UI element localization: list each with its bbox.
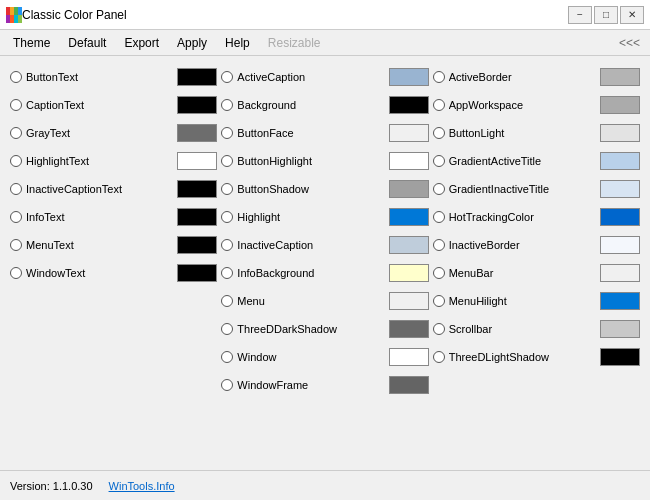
radio-menu[interactable] xyxy=(221,295,233,307)
swatch-gradientactivetitle[interactable] xyxy=(600,152,640,170)
menu-item-theme[interactable]: Theme xyxy=(4,33,59,53)
minimize-button[interactable]: − xyxy=(568,6,592,24)
swatch-menuhilight[interactable] xyxy=(600,292,640,310)
close-button[interactable]: ✕ xyxy=(620,6,644,24)
menu-item-apply[interactable]: Apply xyxy=(168,33,216,53)
swatch-inactivecaptiontext[interactable] xyxy=(177,180,217,198)
color-row: MenuHilight xyxy=(433,288,640,314)
swatch-buttonhighlight[interactable] xyxy=(389,152,429,170)
swatch-menubar[interactable] xyxy=(600,264,640,282)
radio-gradientinactivetitle[interactable] xyxy=(433,183,445,195)
radio-buttonshadow[interactable] xyxy=(221,183,233,195)
app-icon xyxy=(6,7,22,23)
label-inactivecaption: InactiveCaption xyxy=(237,239,384,251)
color-row: ActiveCaption xyxy=(221,64,428,90)
radio-infobackground[interactable] xyxy=(221,267,233,279)
swatch-buttonlight[interactable] xyxy=(600,124,640,142)
radio-background[interactable] xyxy=(221,99,233,111)
radio-buttonlight[interactable] xyxy=(433,127,445,139)
color-row: ActiveBorder xyxy=(433,64,640,90)
swatch-windowtext[interactable] xyxy=(177,264,217,282)
radio-graytext[interactable] xyxy=(10,127,22,139)
swatch-menutext[interactable] xyxy=(177,236,217,254)
swatch-threedlightshadow[interactable] xyxy=(600,348,640,366)
swatch-inactivecaption[interactable] xyxy=(389,236,429,254)
radio-buttonhighlight[interactable] xyxy=(221,155,233,167)
radio-threeddarkshadow[interactable] xyxy=(221,323,233,335)
color-row xyxy=(10,288,217,314)
swatch-scrollbar[interactable] xyxy=(600,320,640,338)
color-row: Highlight xyxy=(221,204,428,230)
color-row xyxy=(433,372,640,398)
swatch-buttontext[interactable] xyxy=(177,68,217,86)
label-appworkspace: AppWorkspace xyxy=(449,99,596,111)
radio-highlighttext[interactable] xyxy=(10,155,22,167)
label-background: Background xyxy=(237,99,384,111)
radio-inactiveborder[interactable] xyxy=(433,239,445,251)
radio-activecaption[interactable] xyxy=(221,71,233,83)
swatch-windowframe[interactable] xyxy=(389,376,429,394)
radio-buttontext[interactable] xyxy=(10,71,22,83)
swatch-appworkspace[interactable] xyxy=(600,96,640,114)
swatch-infobackground[interactable] xyxy=(389,264,429,282)
radio-appworkspace[interactable] xyxy=(433,99,445,111)
color-row: ButtonFace xyxy=(221,120,428,146)
swatch-infotext[interactable] xyxy=(177,208,217,226)
radio-menubar[interactable] xyxy=(433,267,445,279)
color-row: ButtonShadow xyxy=(221,176,428,202)
swatch-activecaption[interactable] xyxy=(389,68,429,86)
label-windowtext: WindowText xyxy=(26,267,173,279)
swatch-menu[interactable] xyxy=(389,292,429,310)
radio-gradientactivetitle[interactable] xyxy=(433,155,445,167)
swatch-captiontext[interactable] xyxy=(177,96,217,114)
menu-item-help[interactable]: Help xyxy=(216,33,259,53)
radio-menuhilight[interactable] xyxy=(433,295,445,307)
swatch-threeddarkshadow[interactable] xyxy=(389,320,429,338)
radio-captiontext[interactable] xyxy=(10,99,22,111)
color-row: InactiveCaptionText xyxy=(10,176,217,202)
menu-item-default[interactable]: Default xyxy=(59,33,115,53)
color-row: HighlightText xyxy=(10,148,217,174)
swatch-highlighttext[interactable] xyxy=(177,152,217,170)
wintools-link[interactable]: WinTools.Info xyxy=(109,480,175,492)
swatch-activeborder[interactable] xyxy=(600,68,640,86)
swatch-buttonshadow[interactable] xyxy=(389,180,429,198)
swatch-window[interactable] xyxy=(389,348,429,366)
radio-threedlightshadow[interactable] xyxy=(433,351,445,363)
radio-hottrackingcolor[interactable] xyxy=(433,211,445,223)
radio-infotext[interactable] xyxy=(10,211,22,223)
radio-window[interactable] xyxy=(221,351,233,363)
main-content: ButtonText ActiveCaption ActiveBorder Ca… xyxy=(0,56,650,470)
label-menu: Menu xyxy=(237,295,384,307)
radio-activeborder[interactable] xyxy=(433,71,445,83)
color-row: MenuText xyxy=(10,232,217,258)
label-buttontext: ButtonText xyxy=(26,71,173,83)
color-row: GradientActiveTitle xyxy=(433,148,640,174)
swatch-hottrackingcolor[interactable] xyxy=(600,208,640,226)
swatch-buttonface[interactable] xyxy=(389,124,429,142)
color-row: InactiveCaption xyxy=(221,232,428,258)
label-infotext: InfoText xyxy=(26,211,173,223)
radio-scrollbar[interactable] xyxy=(433,323,445,335)
radio-buttonface[interactable] xyxy=(221,127,233,139)
swatch-graytext[interactable] xyxy=(177,124,217,142)
maximize-button[interactable]: □ xyxy=(594,6,618,24)
menu-item-export[interactable]: Export xyxy=(115,33,168,53)
color-row: ThreeDLightShadow xyxy=(433,344,640,370)
label-buttonhighlight: ButtonHighlight xyxy=(237,155,384,167)
radio-menutext[interactable] xyxy=(10,239,22,251)
radio-highlight[interactable] xyxy=(221,211,233,223)
menu-chevron[interactable]: <<< xyxy=(613,34,646,52)
color-row: MenuBar xyxy=(433,260,640,286)
swatch-highlight[interactable] xyxy=(389,208,429,226)
svg-rect-1 xyxy=(10,7,14,15)
swatch-gradientinactivetitle[interactable] xyxy=(600,180,640,198)
radio-inactivecaptiontext[interactable] xyxy=(10,183,22,195)
color-row: ThreeDDarkShadow xyxy=(221,316,428,342)
swatch-inactiveborder[interactable] xyxy=(600,236,640,254)
radio-windowframe[interactable] xyxy=(221,379,233,391)
label-scrollbar: Scrollbar xyxy=(449,323,596,335)
swatch-background[interactable] xyxy=(389,96,429,114)
radio-windowtext[interactable] xyxy=(10,267,22,279)
radio-inactivecaption[interactable] xyxy=(221,239,233,251)
